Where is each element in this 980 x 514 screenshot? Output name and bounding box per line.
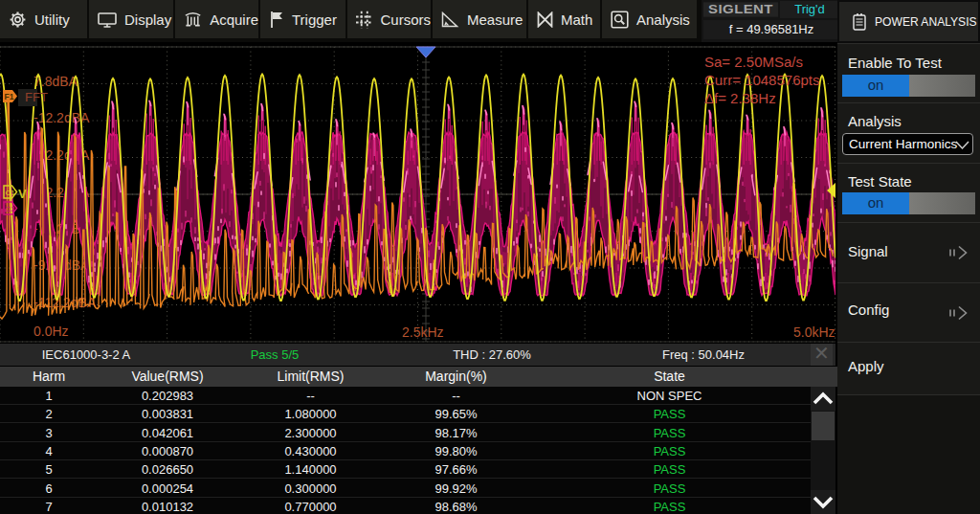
svg-text:C1: C1 (6, 189, 16, 197)
svg-text:0.0Hz: 0.0Hz (33, 324, 69, 339)
svg-text:Δf= 2.38Hz: Δf= 2.38Hz (704, 90, 776, 106)
svg-text:FFT: FFT (25, 90, 48, 104)
svg-text:2.5kHz: 2.5kHz (402, 324, 444, 340)
svg-text:5.0kHz: 5.0kHz (793, 324, 835, 340)
svg-text:Curr= 1048576pts: Curr= 1048576pts (704, 72, 820, 88)
svg-text:C2: C2 (6, 205, 16, 213)
svg-text:V: V (18, 187, 27, 201)
svg-text:F1: F1 (5, 92, 14, 101)
svg-text:Sa= 2.50MSa/s: Sa= 2.50MSa/s (704, 54, 803, 70)
